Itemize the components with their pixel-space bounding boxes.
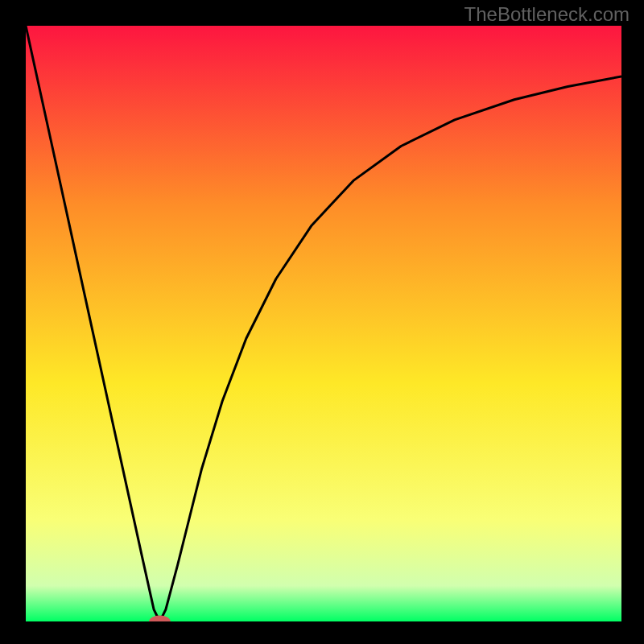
chart-frame: TheBottleneck.com: [0, 0, 644, 644]
watermark-text: TheBottleneck.com: [464, 3, 630, 26]
gradient-background: [26, 26, 621, 621]
plot-area: [26, 26, 621, 621]
chart-svg: [26, 26, 621, 621]
